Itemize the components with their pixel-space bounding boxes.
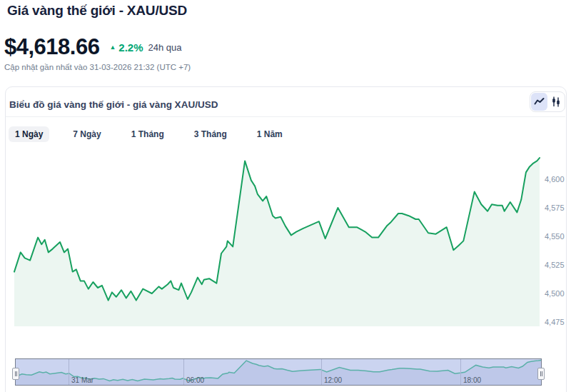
navigator-mini-chart bbox=[16, 359, 541, 385]
tab-7-ngày[interactable]: 7 Ngày bbox=[66, 126, 107, 142]
candlestick-icon[interactable] bbox=[547, 93, 564, 111]
change-period: 24h qua bbox=[148, 42, 182, 53]
price-change: ▲ 2.2% bbox=[109, 41, 143, 54]
navigator-gridline bbox=[460, 359, 461, 385]
tab-1-năm[interactable]: 1 Năm bbox=[251, 126, 289, 142]
tab-3-tháng[interactable]: 3 Tháng bbox=[188, 126, 233, 142]
navigator-gridline bbox=[69, 359, 69, 385]
navigator-time-label: 18:00 bbox=[463, 376, 481, 384]
card-divider bbox=[6, 116, 565, 117]
price-area-chart[interactable] bbox=[0, 150, 571, 328]
y-axis-tick: 4,550 bbox=[545, 232, 565, 241]
navigator-gridline bbox=[183, 359, 184, 385]
last-updated-text: Cập nhật gần nhất vào 31-03-2026 21:32 (… bbox=[4, 63, 191, 71]
current-price: $4,618.66 bbox=[4, 34, 99, 60]
navigator-gridline bbox=[321, 359, 322, 385]
arrow-up-icon: ▲ bbox=[109, 44, 116, 51]
navigator-time-label: 06:00 bbox=[186, 376, 204, 384]
navigator-left-handle[interactable] bbox=[12, 368, 19, 380]
page-title: Giá vàng thế giới - XAU/USD bbox=[7, 3, 187, 19]
chart-navigator[interactable]: 31 Mar06:0012:0018:00 bbox=[15, 358, 542, 386]
navigator-time-label: 12:00 bbox=[324, 376, 342, 384]
navigator-right-handle[interactable] bbox=[537, 368, 545, 380]
y-axis-tick: 4,600 bbox=[545, 175, 565, 184]
y-axis-tick: 4,500 bbox=[545, 289, 565, 298]
y-axis-tick: 4,525 bbox=[545, 261, 565, 269]
tab-1-tháng[interactable]: 1 Tháng bbox=[125, 126, 171, 142]
price-row: $4,618.66 ▲ 2.2% 24h qua bbox=[4, 34, 182, 60]
line-chart-icon[interactable] bbox=[531, 93, 547, 111]
navigator-time-label: 31 Mar bbox=[71, 376, 94, 384]
y-axis-tick: 4,575 bbox=[545, 203, 565, 212]
change-percent: 2.2% bbox=[118, 41, 143, 54]
chart-card-title: Biểu đồ giá vàng thế giới - giá vàng XAU… bbox=[9, 99, 218, 110]
tab-1-ngày[interactable]: 1 Ngày bbox=[9, 126, 49, 142]
chart-type-toggle bbox=[530, 91, 565, 112]
gold-price-page: Giá vàng thế giới - XAU/USD $4,618.66 ▲ … bbox=[0, 0, 571, 392]
y-axis-tick: 4,475 bbox=[545, 318, 565, 326]
time-range-tabs: 1 Ngày7 Ngày1 Tháng3 Tháng1 Năm bbox=[9, 126, 289, 142]
